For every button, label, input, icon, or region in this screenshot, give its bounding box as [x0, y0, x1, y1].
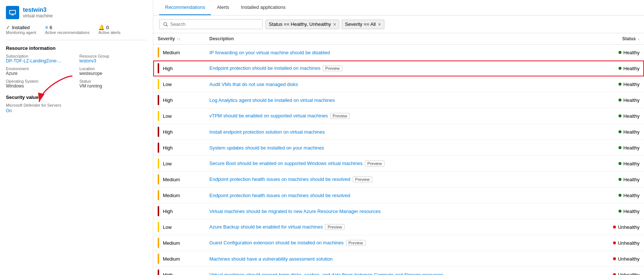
status-label: Healthy — [623, 82, 640, 87]
cell-description[interactable]: Secure Boot should be enabled on support… — [205, 156, 600, 172]
cell-description[interactable]: Audit VMs that do not use managed disks — [205, 76, 600, 92]
status-label: Healthy — [623, 66, 640, 71]
preview-badge: Preview — [365, 161, 384, 166]
stat-alerts[interactable]: 🔔 0 Active alerts — [98, 24, 120, 35]
cell-severity: Low — [153, 108, 205, 124]
table-row[interactable]: High Endpoint protection should be insta… — [153, 61, 644, 76]
cell-description[interactable]: Machines should have a vulnerability ass… — [205, 251, 600, 267]
description-link[interactable]: IP forwarding on your virtual machine sh… — [209, 50, 330, 55]
description-link[interactable]: Endpoint protection health issues on mac… — [209, 193, 350, 198]
table-row[interactable]: High Log Analytics agent should be insta… — [153, 92, 644, 108]
status-label: Healthy — [623, 193, 640, 198]
filter-close-1[interactable]: × — [378, 21, 381, 27]
col-severity[interactable]: Severity ↑↓ — [153, 33, 205, 45]
table-row[interactable]: Low Audit VMs that do not use managed di… — [153, 76, 644, 92]
severity-label: Low — [163, 113, 172, 119]
table-row[interactable]: Low Secure Boot should be enabled on sup… — [153, 156, 644, 172]
cell-description[interactable]: Log Analytics agent should be installed … — [205, 92, 600, 108]
description-link[interactable]: Endpoint protection health issues on mac… — [209, 176, 350, 182]
recommendations-table: Severity ↑↓ Description Status ↓ Medium … — [153, 33, 644, 275]
cell-description[interactable]: Endpoint protection health issues on mac… — [205, 188, 600, 203]
search-box[interactable] — [159, 19, 263, 29]
table-body: Medium IP forwarding on your virtual mac… — [153, 45, 644, 275]
description-link[interactable]: Audit VMs that do not use managed disks — [209, 82, 298, 87]
left-panel: testwin3 virtual machine ✓ Installed Mon… — [0, 0, 153, 275]
status-label: Healthy — [623, 129, 640, 135]
cell-severity: Medium — [153, 45, 205, 61]
resource-field-location: Location westeurope — [79, 66, 147, 76]
cell-description[interactable]: Azure Backup should be enabled for virtu… — [205, 219, 600, 235]
tab-alerts[interactable]: Alerts — [211, 0, 235, 15]
cell-description[interactable]: Virtual machines should encrypt temp dis… — [205, 267, 600, 275]
table-row[interactable]: Medium Machines should have a vulnerabil… — [153, 251, 644, 267]
table-header-row: Severity ↑↓ Description Status ↓ — [153, 33, 644, 45]
cell-description[interactable]: Endpoint protection should be installed … — [205, 61, 600, 76]
vm-title-group: testwin3 virtual machine — [23, 7, 53, 18]
search-input[interactable] — [170, 21, 258, 27]
stat-alerts-label: Active alerts — [98, 30, 120, 35]
table-row[interactable]: Medium Endpoint protection health issues… — [153, 172, 644, 188]
severity-label: High — [163, 272, 173, 275]
cell-severity: Medium — [153, 172, 205, 188]
col-description: Description — [205, 33, 600, 45]
cell-description[interactable]: Install endpoint protection solution on … — [205, 124, 600, 140]
description-link[interactable]: Guest Configuration extension should be … — [209, 240, 344, 245]
resource-field-operating-system: Operating System Windows — [6, 79, 73, 89]
description-link[interactable]: Log Analytics agent should be installed … — [209, 97, 335, 103]
status-dot — [613, 257, 616, 260]
description-link[interactable]: Secure Boot should be enabled on support… — [209, 161, 363, 166]
filter-chip-1[interactable]: Severity == All× — [342, 20, 384, 29]
cell-description[interactable]: Guest Configuration extension should be … — [205, 235, 600, 251]
status-label: Healthy — [623, 50, 640, 55]
tab-installed-applications[interactable]: Installed applications — [235, 0, 292, 15]
table-row[interactable]: High Install endpoint protection solutio… — [153, 124, 644, 140]
vm-header: testwin3 virtual machine — [6, 6, 147, 19]
table-row[interactable]: Medium Guest Configuration extension sho… — [153, 235, 644, 251]
description-link[interactable]: Virtual machines should encrypt temp dis… — [209, 272, 443, 275]
vm-name[interactable]: testwin3 — [23, 7, 53, 13]
description-link[interactable]: Azure Backup should be enabled for virtu… — [209, 224, 323, 230]
filter-chip-0[interactable]: Status == Healthy, Unhealthy× — [266, 20, 339, 29]
cell-severity: High — [153, 124, 205, 140]
status-label: Healthy — [623, 113, 640, 119]
status-label: Unhealthy — [618, 256, 640, 262]
cell-status: Healthy — [600, 61, 644, 76]
status-dot — [613, 273, 616, 275]
table-row[interactable]: High Virtual machines should encrypt tem… — [153, 267, 644, 275]
table-row[interactable]: High System updates should be installed … — [153, 140, 644, 156]
table-row[interactable]: Low Azure Backup should be enabled for v… — [153, 219, 644, 235]
stat-monitoring: ✓ Installed Monitoring agent — [6, 24, 36, 35]
description-link[interactable]: Install endpoint protection solution on … — [209, 129, 325, 135]
preview-badge: Preview — [346, 240, 366, 246]
description-link[interactable]: Machines should have a vulnerability ass… — [209, 256, 333, 262]
tabs: RecommendationsAlertsInstalled applicati… — [153, 0, 644, 16]
filter-close-0[interactable]: × — [333, 21, 336, 27]
cell-description[interactable]: Virtual machines should be migrated to n… — [205, 203, 600, 219]
table-row[interactable]: Medium Endpoint protection health issues… — [153, 188, 644, 203]
svg-rect-3 — [11, 15, 14, 16]
resource-field-status: Status VM running — [79, 79, 147, 89]
tab-recommendations[interactable]: Recommendations — [159, 0, 211, 15]
table-row[interactable]: Low vTPM should be enabled on supported … — [153, 108, 644, 124]
description-link[interactable]: vTPM should be enabled on supported virt… — [209, 113, 328, 118]
stat-recommendations[interactable]: ≡ 6 Active recommendations — [45, 24, 89, 35]
cell-description[interactable]: vTPM should be enabled on supported virt… — [205, 108, 600, 124]
table-container: Severity ↑↓ Description Status ↓ Medium … — [153, 33, 644, 275]
table-row[interactable]: High Virtual machines should be migrated… — [153, 203, 644, 219]
cell-status: Unhealthy — [600, 219, 644, 235]
cell-description[interactable]: Endpoint protection health issues on mac… — [205, 172, 600, 188]
table-row[interactable]: Medium IP forwarding on your virtual mac… — [153, 45, 644, 61]
svg-rect-2 — [11, 14, 14, 15]
status-dot — [613, 226, 616, 228]
resource-field-subscription: Subscription DP-TDF-LZ-LandingZone-... — [6, 54, 73, 63]
cell-description[interactable]: IP forwarding on your virtual machine sh… — [205, 45, 600, 61]
description-link[interactable]: Endpoint protection should be installed … — [209, 65, 321, 71]
description-link[interactable]: Virtual machines should be migrated to n… — [209, 209, 381, 214]
cell-description[interactable]: System updates should be installed on yo… — [205, 140, 600, 156]
col-status[interactable]: Status ↓ — [600, 33, 644, 45]
description-link[interactable]: System updates should be installed on yo… — [209, 145, 324, 151]
severity-bar — [158, 254, 159, 264]
severity-bar — [158, 111, 159, 121]
svg-line-6 — [167, 25, 168, 26]
cell-severity: Low — [153, 156, 205, 172]
